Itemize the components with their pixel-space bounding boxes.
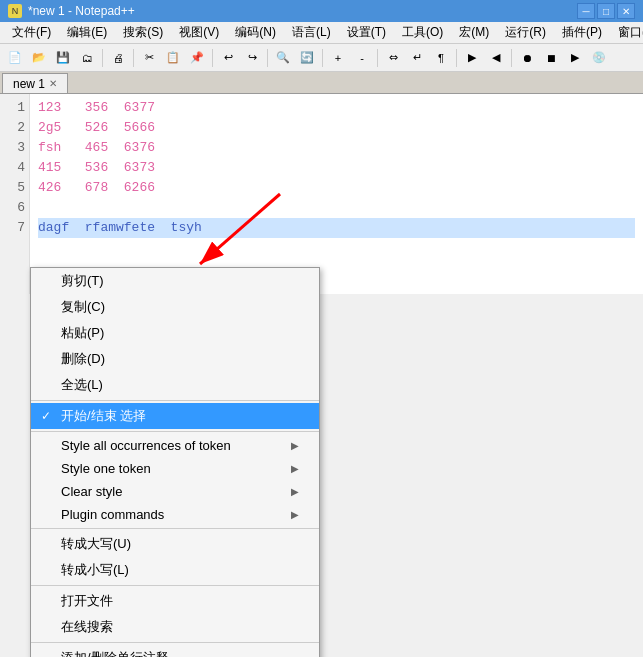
- line-numbers: 1 2 3 4 5 6 7: [0, 94, 30, 294]
- menu-language[interactable]: 语言(L): [284, 22, 339, 43]
- paste-button[interactable]: 📌: [186, 47, 208, 69]
- tab-label: new 1: [13, 77, 45, 91]
- code-line-5: 426 678 6266: [38, 178, 635, 198]
- ctx-paste[interactable]: 粘贴(P): [31, 320, 319, 346]
- ctx-begin-end-label: 开始/结束 选择: [61, 407, 146, 425]
- title-bar: N *new 1 - Notepad++ ─ □ ✕: [0, 0, 643, 22]
- tab-close-button[interactable]: ✕: [49, 78, 57, 89]
- code-line-6: [38, 198, 635, 218]
- ctx-cut[interactable]: 剪切(T): [31, 268, 319, 294]
- undo-button[interactable]: ↩: [217, 47, 239, 69]
- print-button[interactable]: 🖨: [107, 47, 129, 69]
- ctx-clear-style-arrow: ▶: [291, 486, 299, 497]
- ctx-style-all-arrow: ▶: [291, 440, 299, 451]
- copy-button[interactable]: 📋: [162, 47, 184, 69]
- new-button[interactable]: 📄: [4, 47, 26, 69]
- ctx-add-comment-label: 添加/删除单行注释: [61, 649, 169, 657]
- ctx-open-file[interactable]: 打开文件: [31, 588, 319, 614]
- ctx-add-comment[interactable]: 添加/删除单行注释: [31, 645, 319, 657]
- all-chars-button[interactable]: ¶: [430, 47, 452, 69]
- menu-view[interactable]: 视图(V): [171, 22, 227, 43]
- ctx-uppercase[interactable]: 转成大写(U): [31, 531, 319, 557]
- macro-save-button[interactable]: 💿: [588, 47, 610, 69]
- line-num-1: 1: [4, 98, 25, 118]
- cut-button[interactable]: ✂: [138, 47, 160, 69]
- ctx-copy[interactable]: 复制(C): [31, 294, 319, 320]
- tab-new1[interactable]: new 1 ✕: [2, 73, 68, 93]
- menu-edit[interactable]: 编辑(E): [59, 22, 115, 43]
- save-all-button[interactable]: 🗂: [76, 47, 98, 69]
- ctx-plugin-commands[interactable]: Plugin commands ▶: [31, 503, 319, 526]
- macro-play-button[interactable]: ▶: [564, 47, 586, 69]
- ctx-sep-1: [31, 400, 319, 401]
- code-line-7: dagf rfamwfete tsyh: [38, 218, 635, 238]
- editor-content[interactable]: 123 356 6377 2g5 526 5666 fsh 465 6376 4…: [30, 94, 643, 294]
- sync-scroll-button[interactable]: ⇔: [382, 47, 404, 69]
- ctx-plugin-commands-label: Plugin commands: [61, 507, 164, 522]
- ctx-checkmark: ✓: [41, 409, 51, 423]
- separator-6: [377, 49, 378, 67]
- ctx-clear-style-label: Clear style: [61, 484, 122, 499]
- ctx-clear-style[interactable]: Clear style ▶: [31, 480, 319, 503]
- word-wrap-button[interactable]: ↵: [406, 47, 428, 69]
- menu-plugins[interactable]: 插件(P): [554, 22, 610, 43]
- menu-encode[interactable]: 编码(N): [227, 22, 284, 43]
- window-title: *new 1 - Notepad++: [28, 4, 135, 18]
- zoom-out-button[interactable]: -: [351, 47, 373, 69]
- ctx-style-one-label: Style one token: [61, 461, 151, 476]
- menu-tools[interactable]: 工具(O): [394, 22, 451, 43]
- ctx-uppercase-label: 转成大写(U): [61, 535, 131, 553]
- indent-button[interactable]: ▶: [461, 47, 483, 69]
- ctx-selectall[interactable]: 全选(L): [31, 372, 319, 398]
- menu-bar: 文件(F) 编辑(E) 搜索(S) 视图(V) 编码(N) 语言(L) 设置(T…: [0, 22, 643, 44]
- editor-area[interactable]: 1 2 3 4 5 6 7 123 356 6377 2g5 526 5666 …: [0, 94, 643, 294]
- minimize-button[interactable]: ─: [577, 3, 595, 19]
- outdent-button[interactable]: ◀: [485, 47, 507, 69]
- menu-file[interactable]: 文件(F): [4, 22, 59, 43]
- separator-2: [133, 49, 134, 67]
- menu-window[interactable]: 窗口(W): [610, 22, 643, 43]
- ctx-sep-3: [31, 528, 319, 529]
- separator-3: [212, 49, 213, 67]
- redo-button[interactable]: ↪: [241, 47, 263, 69]
- ctx-sep-2: [31, 431, 319, 432]
- ctx-begin-end-select[interactable]: ✓ 开始/结束 选择: [31, 403, 319, 429]
- ctx-delete-label: 删除(D): [61, 350, 105, 368]
- save-button[interactable]: 💾: [52, 47, 74, 69]
- line-num-5: 5: [4, 178, 25, 198]
- ctx-sep-4: [31, 585, 319, 586]
- replace-button[interactable]: 🔄: [296, 47, 318, 69]
- separator-1: [102, 49, 103, 67]
- code-line-2: 2g5 526 5666: [38, 118, 635, 138]
- ctx-cut-label: 剪切(T): [61, 272, 104, 290]
- maximize-button[interactable]: □: [597, 3, 615, 19]
- line-num-6: 6: [4, 198, 25, 218]
- open-button[interactable]: 📂: [28, 47, 50, 69]
- ctx-lowercase[interactable]: 转成小写(L): [31, 557, 319, 583]
- close-button[interactable]: ✕: [617, 3, 635, 19]
- menu-run[interactable]: 运行(R): [497, 22, 554, 43]
- zoom-in-button[interactable]: +: [327, 47, 349, 69]
- line-num-2: 2: [4, 118, 25, 138]
- macro-record-button[interactable]: ⏺: [516, 47, 538, 69]
- ctx-online-search[interactable]: 在线搜索: [31, 614, 319, 640]
- ctx-delete[interactable]: 删除(D): [31, 346, 319, 372]
- menu-search[interactable]: 搜索(S): [115, 22, 171, 43]
- toolbar: 📄 📂 💾 🗂 🖨 ✂ 📋 📌 ↩ ↪ 🔍 🔄 + - ⇔ ↵ ¶ ▶ ◀ ⏺ …: [0, 44, 643, 72]
- ctx-paste-label: 粘贴(P): [61, 324, 104, 342]
- code-line-4: 415 536 6373: [38, 158, 635, 178]
- ctx-sep-5: [31, 642, 319, 643]
- find-button[interactable]: 🔍: [272, 47, 294, 69]
- ctx-online-search-label: 在线搜索: [61, 618, 113, 636]
- separator-7: [456, 49, 457, 67]
- separator-5: [322, 49, 323, 67]
- app-icon: N: [8, 4, 22, 18]
- ctx-style-one[interactable]: Style one token ▶: [31, 457, 319, 480]
- window-controls[interactable]: ─ □ ✕: [577, 3, 635, 19]
- menu-settings[interactable]: 设置(T): [339, 22, 394, 43]
- macro-stop-button[interactable]: ⏹: [540, 47, 562, 69]
- ctx-selectall-label: 全选(L): [61, 376, 103, 394]
- menu-macro[interactable]: 宏(M): [451, 22, 497, 43]
- context-menu: 剪切(T) 复制(C) 粘贴(P) 删除(D) 全选(L) ✓ 开始/结束 选择…: [30, 267, 320, 657]
- ctx-style-all[interactable]: Style all occurrences of token ▶: [31, 434, 319, 457]
